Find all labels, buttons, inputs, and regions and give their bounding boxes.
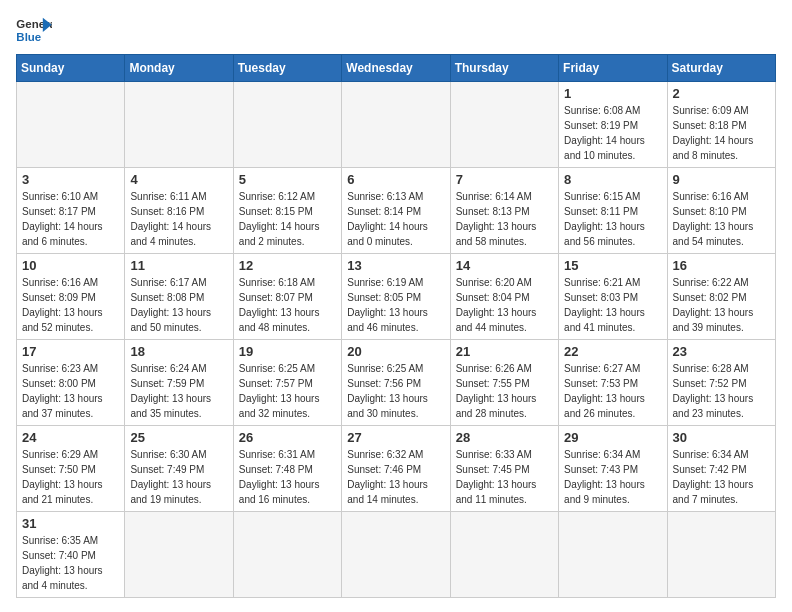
day-info: Sunrise: 6:20 AM Sunset: 8:04 PM Dayligh…: [456, 275, 553, 335]
calendar-day-cell: [342, 82, 450, 168]
day-number: 25: [130, 430, 227, 445]
day-of-week-header: Monday: [125, 55, 233, 82]
day-number: 24: [22, 430, 119, 445]
calendar-day-cell: 10Sunrise: 6:16 AM Sunset: 8:09 PM Dayli…: [17, 254, 125, 340]
day-number: 22: [564, 344, 661, 359]
day-info: Sunrise: 6:17 AM Sunset: 8:08 PM Dayligh…: [130, 275, 227, 335]
calendar-week-row: 10Sunrise: 6:16 AM Sunset: 8:09 PM Dayli…: [17, 254, 776, 340]
day-number: 7: [456, 172, 553, 187]
day-number: 2: [673, 86, 770, 101]
day-number: 15: [564, 258, 661, 273]
calendar-day-cell: 2Sunrise: 6:09 AM Sunset: 8:18 PM Daylig…: [667, 82, 775, 168]
calendar-day-cell: 24Sunrise: 6:29 AM Sunset: 7:50 PM Dayli…: [17, 426, 125, 512]
day-info: Sunrise: 6:08 AM Sunset: 8:19 PM Dayligh…: [564, 103, 661, 163]
day-info: Sunrise: 6:34 AM Sunset: 7:43 PM Dayligh…: [564, 447, 661, 507]
day-number: 18: [130, 344, 227, 359]
day-number: 10: [22, 258, 119, 273]
day-info: Sunrise: 6:19 AM Sunset: 8:05 PM Dayligh…: [347, 275, 444, 335]
day-number: 23: [673, 344, 770, 359]
calendar-day-cell: 31Sunrise: 6:35 AM Sunset: 7:40 PM Dayli…: [17, 512, 125, 598]
calendar-day-cell: 19Sunrise: 6:25 AM Sunset: 7:57 PM Dayli…: [233, 340, 341, 426]
day-info: Sunrise: 6:11 AM Sunset: 8:16 PM Dayligh…: [130, 189, 227, 249]
day-number: 9: [673, 172, 770, 187]
calendar-day-cell: 21Sunrise: 6:26 AM Sunset: 7:55 PM Dayli…: [450, 340, 558, 426]
day-number: 14: [456, 258, 553, 273]
day-info: Sunrise: 6:29 AM Sunset: 7:50 PM Dayligh…: [22, 447, 119, 507]
day-info: Sunrise: 6:13 AM Sunset: 8:14 PM Dayligh…: [347, 189, 444, 249]
day-info: Sunrise: 6:35 AM Sunset: 7:40 PM Dayligh…: [22, 533, 119, 593]
day-info: Sunrise: 6:32 AM Sunset: 7:46 PM Dayligh…: [347, 447, 444, 507]
calendar-day-cell: 7Sunrise: 6:14 AM Sunset: 8:13 PM Daylig…: [450, 168, 558, 254]
calendar-day-cell: [667, 512, 775, 598]
calendar-day-cell: 1Sunrise: 6:08 AM Sunset: 8:19 PM Daylig…: [559, 82, 667, 168]
calendar-day-cell: 16Sunrise: 6:22 AM Sunset: 8:02 PM Dayli…: [667, 254, 775, 340]
day-info: Sunrise: 6:18 AM Sunset: 8:07 PM Dayligh…: [239, 275, 336, 335]
day-number: 30: [673, 430, 770, 445]
calendar-day-cell: 11Sunrise: 6:17 AM Sunset: 8:08 PM Dayli…: [125, 254, 233, 340]
day-number: 11: [130, 258, 227, 273]
calendar-day-cell: [450, 82, 558, 168]
day-number: 13: [347, 258, 444, 273]
calendar-day-cell: [125, 512, 233, 598]
day-info: Sunrise: 6:23 AM Sunset: 8:00 PM Dayligh…: [22, 361, 119, 421]
calendar-day-cell: [450, 512, 558, 598]
day-of-week-header: Wednesday: [342, 55, 450, 82]
calendar-day-cell: [233, 82, 341, 168]
calendar-day-cell: 28Sunrise: 6:33 AM Sunset: 7:45 PM Dayli…: [450, 426, 558, 512]
day-info: Sunrise: 6:28 AM Sunset: 7:52 PM Dayligh…: [673, 361, 770, 421]
day-info: Sunrise: 6:10 AM Sunset: 8:17 PM Dayligh…: [22, 189, 119, 249]
calendar-day-cell: 9Sunrise: 6:16 AM Sunset: 8:10 PM Daylig…: [667, 168, 775, 254]
calendar-week-row: 1Sunrise: 6:08 AM Sunset: 8:19 PM Daylig…: [17, 82, 776, 168]
calendar-day-cell: [233, 512, 341, 598]
calendar-day-cell: 18Sunrise: 6:24 AM Sunset: 7:59 PM Dayli…: [125, 340, 233, 426]
day-number: 31: [22, 516, 119, 531]
day-info: Sunrise: 6:24 AM Sunset: 7:59 PM Dayligh…: [130, 361, 227, 421]
day-number: 4: [130, 172, 227, 187]
calendar-day-cell: 14Sunrise: 6:20 AM Sunset: 8:04 PM Dayli…: [450, 254, 558, 340]
calendar-table: SundayMondayTuesdayWednesdayThursdayFrid…: [16, 54, 776, 598]
calendar-day-cell: 6Sunrise: 6:13 AM Sunset: 8:14 PM Daylig…: [342, 168, 450, 254]
day-info: Sunrise: 6:34 AM Sunset: 7:42 PM Dayligh…: [673, 447, 770, 507]
day-number: 1: [564, 86, 661, 101]
calendar-day-cell: 8Sunrise: 6:15 AM Sunset: 8:11 PM Daylig…: [559, 168, 667, 254]
day-number: 8: [564, 172, 661, 187]
calendar-day-cell: [559, 512, 667, 598]
day-number: 26: [239, 430, 336, 445]
day-info: Sunrise: 6:15 AM Sunset: 8:11 PM Dayligh…: [564, 189, 661, 249]
calendar-day-cell: 27Sunrise: 6:32 AM Sunset: 7:46 PM Dayli…: [342, 426, 450, 512]
day-info: Sunrise: 6:21 AM Sunset: 8:03 PM Dayligh…: [564, 275, 661, 335]
page-header: General Blue: [16, 16, 776, 46]
calendar-day-cell: 3Sunrise: 6:10 AM Sunset: 8:17 PM Daylig…: [17, 168, 125, 254]
day-info: Sunrise: 6:12 AM Sunset: 8:15 PM Dayligh…: [239, 189, 336, 249]
day-of-week-header: Sunday: [17, 55, 125, 82]
calendar-week-row: 31Sunrise: 6:35 AM Sunset: 7:40 PM Dayli…: [17, 512, 776, 598]
day-info: Sunrise: 6:09 AM Sunset: 8:18 PM Dayligh…: [673, 103, 770, 163]
calendar-day-cell: 5Sunrise: 6:12 AM Sunset: 8:15 PM Daylig…: [233, 168, 341, 254]
day-number: 3: [22, 172, 119, 187]
day-number: 19: [239, 344, 336, 359]
day-of-week-header: Friday: [559, 55, 667, 82]
day-info: Sunrise: 6:31 AM Sunset: 7:48 PM Dayligh…: [239, 447, 336, 507]
day-number: 21: [456, 344, 553, 359]
calendar-day-cell: 17Sunrise: 6:23 AM Sunset: 8:00 PM Dayli…: [17, 340, 125, 426]
day-info: Sunrise: 6:16 AM Sunset: 8:09 PM Dayligh…: [22, 275, 119, 335]
day-number: 28: [456, 430, 553, 445]
calendar-day-cell: [17, 82, 125, 168]
day-info: Sunrise: 6:33 AM Sunset: 7:45 PM Dayligh…: [456, 447, 553, 507]
calendar-week-row: 17Sunrise: 6:23 AM Sunset: 8:00 PM Dayli…: [17, 340, 776, 426]
day-number: 16: [673, 258, 770, 273]
day-of-week-header: Tuesday: [233, 55, 341, 82]
day-info: Sunrise: 6:30 AM Sunset: 7:49 PM Dayligh…: [130, 447, 227, 507]
day-number: 12: [239, 258, 336, 273]
calendar-day-cell: [342, 512, 450, 598]
logo: General Blue: [16, 16, 52, 46]
day-of-week-header: Saturday: [667, 55, 775, 82]
calendar-day-cell: 22Sunrise: 6:27 AM Sunset: 7:53 PM Dayli…: [559, 340, 667, 426]
calendar-day-cell: 15Sunrise: 6:21 AM Sunset: 8:03 PM Dayli…: [559, 254, 667, 340]
calendar-day-cell: 29Sunrise: 6:34 AM Sunset: 7:43 PM Dayli…: [559, 426, 667, 512]
day-number: 29: [564, 430, 661, 445]
day-of-week-header: Thursday: [450, 55, 558, 82]
calendar-day-cell: 26Sunrise: 6:31 AM Sunset: 7:48 PM Dayli…: [233, 426, 341, 512]
day-info: Sunrise: 6:27 AM Sunset: 7:53 PM Dayligh…: [564, 361, 661, 421]
svg-text:Blue: Blue: [16, 31, 41, 43]
